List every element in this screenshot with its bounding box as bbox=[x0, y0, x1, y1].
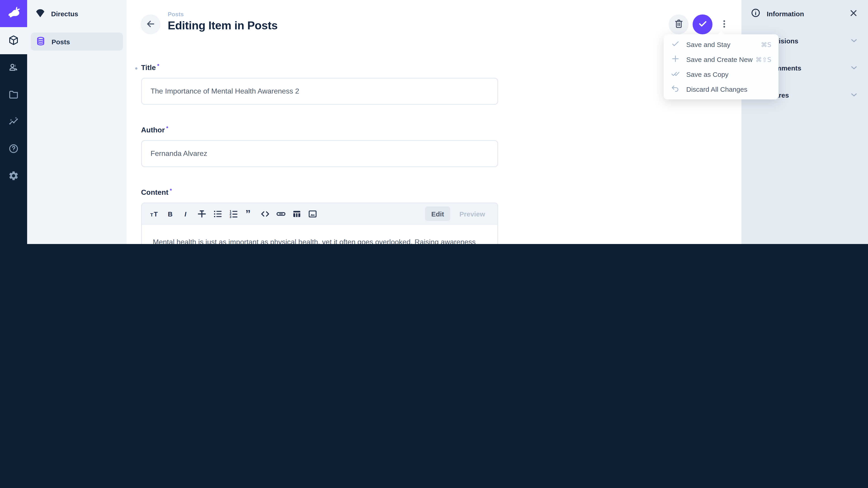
check-icon bbox=[671, 39, 680, 50]
database-icon bbox=[36, 36, 46, 47]
tab-preview[interactable]: Preview bbox=[453, 206, 491, 221]
info-icon bbox=[750, 7, 761, 20]
check-icon bbox=[698, 19, 708, 30]
shortcut-hint: ⌘⇧S bbox=[756, 56, 771, 63]
gear-icon bbox=[8, 170, 19, 182]
breadcrumb[interactable]: Posts bbox=[168, 11, 278, 18]
required-asterisk: * bbox=[170, 188, 172, 194]
module-insights[interactable] bbox=[0, 108, 27, 135]
svg-text:I: I bbox=[184, 210, 186, 218]
svg-text:T: T bbox=[150, 212, 153, 217]
double-check-icon bbox=[671, 69, 680, 80]
field-title-label: Title* bbox=[141, 64, 159, 72]
directus-app: Directus Posts Posts Editing Item in Pos… bbox=[0, 0, 868, 244]
svg-text:B: B bbox=[168, 210, 173, 218]
project-fan-icon bbox=[35, 8, 45, 19]
plus-icon bbox=[671, 54, 680, 65]
field-content-label: Content* bbox=[141, 188, 172, 197]
menu-item-save-and-create-new[interactable]: Save and Create New ⌘⇧S bbox=[664, 52, 778, 67]
users-icon bbox=[8, 62, 19, 74]
kebab-menu-icon bbox=[719, 19, 729, 30]
arrow-left-icon bbox=[145, 18, 156, 31]
italic-button[interactable]: I bbox=[178, 206, 194, 221]
tab-edit[interactable]: Edit bbox=[425, 206, 451, 221]
image-button[interactable] bbox=[305, 206, 320, 221]
module-settings[interactable] bbox=[0, 163, 27, 190]
author-input-value: Fernanda Alvarez bbox=[151, 150, 207, 158]
table-button[interactable] bbox=[289, 206, 305, 221]
heading-button[interactable]: TT bbox=[147, 206, 162, 221]
more-options-button[interactable] bbox=[717, 14, 729, 34]
menu-item-save-as-copy[interactable]: Save as Copy bbox=[664, 67, 778, 82]
title-block: Posts Editing Item in Posts bbox=[168, 11, 278, 32]
shortcut-hint: ⌘S bbox=[761, 41, 771, 48]
menu-item-save-and-stay[interactable]: Save and Stay ⌘S bbox=[664, 37, 778, 52]
editor-toolbar: TT B I 123 ” Edit Preview bbox=[142, 203, 497, 225]
help-icon bbox=[8, 143, 19, 155]
sidebar-title: Information bbox=[767, 10, 804, 18]
link-button[interactable] bbox=[273, 206, 289, 221]
module-file-library[interactable] bbox=[0, 81, 27, 108]
close-sidebar-button[interactable] bbox=[848, 8, 859, 19]
required-asterisk: * bbox=[166, 125, 168, 131]
title-input-value: The Importance of Mental Health Awarenes… bbox=[151, 87, 299, 95]
insights-chart-icon bbox=[8, 116, 19, 128]
svg-text:3: 3 bbox=[230, 215, 231, 219]
page-title: Editing Item in Posts bbox=[168, 19, 278, 32]
trash-icon bbox=[673, 19, 684, 30]
markdown-editor: TT B I 123 ” Edit Preview bbox=[141, 202, 498, 244]
item-form: Title* The Importance of Mental Health A… bbox=[141, 64, 498, 244]
undo-icon bbox=[671, 84, 680, 95]
bold-button[interactable]: B bbox=[162, 206, 178, 221]
directus-logo[interactable] bbox=[0, 0, 27, 27]
chevron-down-icon[interactable] bbox=[849, 63, 859, 73]
module-user-directory[interactable] bbox=[0, 54, 27, 81]
save-options-menu: Save and Stay ⌘S Save and Create New ⌘⇧S… bbox=[664, 34, 778, 99]
chevron-down-icon[interactable] bbox=[849, 36, 859, 46]
back-button[interactable] bbox=[141, 14, 160, 34]
module-documentation[interactable] bbox=[0, 135, 27, 163]
rabbit-icon bbox=[5, 4, 22, 23]
sidebar-header: Information bbox=[741, 0, 868, 27]
folder-icon bbox=[8, 89, 19, 101]
strikethrough-button[interactable] bbox=[194, 206, 210, 221]
box-icon bbox=[8, 35, 19, 47]
module-content[interactable] bbox=[0, 27, 27, 54]
project-switcher[interactable]: Directus bbox=[27, 0, 127, 27]
svg-text:”: ” bbox=[246, 208, 251, 219]
delete-button[interactable] bbox=[669, 14, 688, 34]
chevron-down-icon[interactable] bbox=[849, 90, 859, 100]
required-asterisk: * bbox=[157, 63, 159, 69]
project-name: Directus bbox=[51, 10, 78, 18]
blockquote-button[interactable]: ” bbox=[241, 206, 257, 221]
module-bar bbox=[0, 0, 27, 244]
menu-item-discard-all-changes[interactable]: Discard All Changes bbox=[664, 82, 778, 97]
title-input[interactable]: The Importance of Mental Health Awarenes… bbox=[141, 78, 498, 105]
field-author: Author* Fernanda Alvarez bbox=[141, 126, 498, 167]
numbered-list-button[interactable]: 123 bbox=[225, 206, 241, 221]
save-button[interactable] bbox=[692, 14, 712, 34]
field-author-label: Author* bbox=[141, 126, 168, 134]
code-button[interactable] bbox=[257, 206, 273, 221]
nav-item-label: Posts bbox=[52, 38, 70, 45]
field-title: Title* The Importance of Mental Health A… bbox=[141, 64, 498, 105]
header-actions bbox=[669, 14, 729, 34]
field-content: Content* TT B I 123 ” bbox=[141, 188, 498, 244]
nav-collection-posts[interactable]: Posts bbox=[31, 33, 123, 51]
navigation-panel: Directus Posts bbox=[27, 0, 127, 244]
content-textarea[interactable]: Mental health is just as important as ph… bbox=[142, 225, 497, 244]
editor-tabs: Edit Preview bbox=[425, 206, 493, 221]
author-input[interactable]: Fernanda Alvarez bbox=[141, 140, 498, 167]
svg-text:T: T bbox=[154, 210, 158, 218]
main-content: Posts Editing Item in Posts bbox=[127, 0, 742, 244]
bulleted-list-button[interactable] bbox=[210, 206, 225, 221]
